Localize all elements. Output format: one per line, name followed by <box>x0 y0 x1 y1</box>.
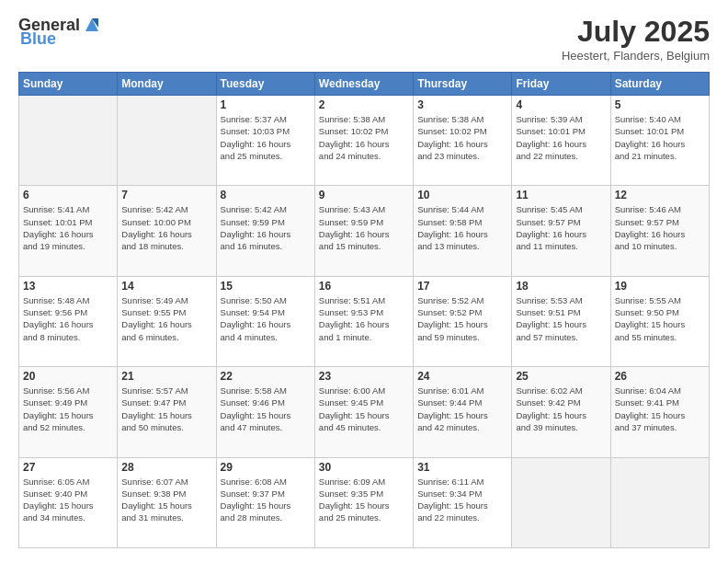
table-row: 31Sunrise: 6:11 AM Sunset: 9:34 PM Dayli… <box>414 457 512 547</box>
table-row: 15Sunrise: 5:50 AM Sunset: 9:54 PM Dayli… <box>216 276 314 366</box>
day-info: Sunrise: 6:01 AM Sunset: 9:44 PM Dayligh… <box>417 385 507 433</box>
table-row: 25Sunrise: 6:02 AM Sunset: 9:42 PM Dayli… <box>512 367 610 457</box>
day-number: 17 <box>417 280 507 293</box>
day-number: 1 <box>221 98 311 111</box>
table-row: 21Sunrise: 5:57 AM Sunset: 9:47 PM Dayli… <box>118 367 216 457</box>
day-info: Sunrise: 5:39 AM Sunset: 10:01 PM Daylig… <box>516 113 606 162</box>
day-info: Sunrise: 6:07 AM Sunset: 9:38 PM Dayligh… <box>121 476 211 524</box>
day-number: 30 <box>319 461 409 474</box>
table-row: 17Sunrise: 5:52 AM Sunset: 9:52 PM Dayli… <box>414 276 512 366</box>
day-info: Sunrise: 6:09 AM Sunset: 9:35 PM Dayligh… <box>319 476 409 524</box>
day-info: Sunrise: 5:55 AM Sunset: 9:50 PM Dayligh… <box>615 294 705 343</box>
header: General Blue July 2025 Heestert, Flander… <box>18 15 710 63</box>
day-info: Sunrise: 6:08 AM Sunset: 9:37 PM Dayligh… <box>221 476 311 524</box>
day-info: Sunrise: 5:56 AM Sunset: 9:49 PM Dayligh… <box>23 385 113 433</box>
day-number: 11 <box>516 189 606 201</box>
day-number: 3 <box>417 98 507 111</box>
day-number: 22 <box>221 370 311 383</box>
day-number: 9 <box>319 189 409 201</box>
table-row <box>512 457 610 547</box>
table-row <box>610 457 709 547</box>
day-number: 28 <box>121 461 211 474</box>
logo: General Blue <box>18 15 104 49</box>
day-number: 18 <box>516 280 606 293</box>
day-info: Sunrise: 5:38 AM Sunset: 10:02 PM Daylig… <box>417 113 507 162</box>
table-row: 24Sunrise: 6:01 AM Sunset: 9:44 PM Dayli… <box>414 367 512 457</box>
day-number: 12 <box>615 189 705 201</box>
table-row: 8Sunrise: 5:42 AM Sunset: 9:59 PM Daylig… <box>216 186 314 276</box>
day-info: Sunrise: 5:42 AM Sunset: 9:59 PM Dayligh… <box>221 203 311 252</box>
table-row: 16Sunrise: 5:51 AM Sunset: 9:53 PM Dayli… <box>314 276 413 366</box>
day-number: 26 <box>615 370 705 383</box>
table-row: 27Sunrise: 6:05 AM Sunset: 9:40 PM Dayli… <box>19 457 118 547</box>
logo-icon <box>82 15 102 35</box>
logo-blue: Blue <box>20 29 56 49</box>
day-number: 13 <box>23 280 113 293</box>
col-tuesday: Tuesday <box>216 73 314 96</box>
table-row: 18Sunrise: 5:53 AM Sunset: 9:51 PM Dayli… <box>512 276 610 366</box>
table-row: 14Sunrise: 5:49 AM Sunset: 9:55 PM Dayli… <box>118 276 216 366</box>
table-row: 9Sunrise: 5:43 AM Sunset: 9:59 PM Daylig… <box>314 186 413 276</box>
day-number: 16 <box>319 280 409 293</box>
day-info: Sunrise: 5:45 AM Sunset: 9:57 PM Dayligh… <box>516 203 606 252</box>
page: General Blue July 2025 Heestert, Flander… <box>0 0 728 563</box>
day-info: Sunrise: 5:49 AM Sunset: 9:55 PM Dayligh… <box>121 294 211 343</box>
day-info: Sunrise: 5:37 AM Sunset: 10:03 PM Daylig… <box>221 113 311 162</box>
table-row: 12Sunrise: 5:46 AM Sunset: 9:57 PM Dayli… <box>610 186 709 276</box>
col-thursday: Thursday <box>414 73 512 96</box>
table-row: 11Sunrise: 5:45 AM Sunset: 9:57 PM Dayli… <box>512 186 610 276</box>
month-title: July 2025 <box>562 15 710 49</box>
day-info: Sunrise: 5:44 AM Sunset: 9:58 PM Dayligh… <box>417 203 507 252</box>
day-number: 5 <box>615 98 705 111</box>
day-info: Sunrise: 5:58 AM Sunset: 9:46 PM Dayligh… <box>221 385 311 433</box>
day-number: 29 <box>221 461 311 474</box>
day-number: 19 <box>615 280 705 293</box>
day-info: Sunrise: 5:38 AM Sunset: 10:02 PM Daylig… <box>319 113 409 162</box>
table-row: 3Sunrise: 5:38 AM Sunset: 10:02 PM Dayli… <box>414 96 512 186</box>
day-info: Sunrise: 6:04 AM Sunset: 9:41 PM Dayligh… <box>615 385 705 433</box>
calendar-header-row: Sunday Monday Tuesday Wednesday Thursday… <box>19 73 710 96</box>
table-row: 6Sunrise: 5:41 AM Sunset: 10:01 PM Dayli… <box>19 186 118 276</box>
col-saturday: Saturday <box>610 73 709 96</box>
day-info: Sunrise: 5:50 AM Sunset: 9:54 PM Dayligh… <box>221 294 311 343</box>
table-row: 20Sunrise: 5:56 AM Sunset: 9:49 PM Dayli… <box>19 367 118 457</box>
table-row: 26Sunrise: 6:04 AM Sunset: 9:41 PM Dayli… <box>610 367 709 457</box>
col-monday: Monday <box>118 73 216 96</box>
table-row: 10Sunrise: 5:44 AM Sunset: 9:58 PM Dayli… <box>414 186 512 276</box>
day-info: Sunrise: 5:53 AM Sunset: 9:51 PM Dayligh… <box>516 294 606 343</box>
day-number: 25 <box>516 370 606 383</box>
day-info: Sunrise: 5:46 AM Sunset: 9:57 PM Dayligh… <box>615 203 705 252</box>
day-number: 10 <box>417 189 507 201</box>
table-row: 2Sunrise: 5:38 AM Sunset: 10:02 PM Dayli… <box>314 96 413 186</box>
day-number: 24 <box>417 370 507 383</box>
day-number: 6 <box>23 189 113 201</box>
day-number: 31 <box>417 461 507 474</box>
day-info: Sunrise: 6:11 AM Sunset: 9:34 PM Dayligh… <box>417 476 507 524</box>
day-info: Sunrise: 5:48 AM Sunset: 9:56 PM Dayligh… <box>23 294 113 343</box>
day-number: 21 <box>121 370 211 383</box>
table-row: 30Sunrise: 6:09 AM Sunset: 9:35 PM Dayli… <box>314 457 413 547</box>
table-row: 1Sunrise: 5:37 AM Sunset: 10:03 PM Dayli… <box>216 96 314 186</box>
day-number: 23 <box>319 370 409 383</box>
day-info: Sunrise: 5:40 AM Sunset: 10:01 PM Daylig… <box>615 113 705 162</box>
location-title: Heestert, Flanders, Belgium <box>562 49 710 63</box>
calendar-table: Sunday Monday Tuesday Wednesday Thursday… <box>18 72 710 548</box>
table-row: 28Sunrise: 6:07 AM Sunset: 9:38 PM Dayli… <box>118 457 216 547</box>
table-row: 29Sunrise: 6:08 AM Sunset: 9:37 PM Dayli… <box>216 457 314 547</box>
day-number: 14 <box>121 280 211 293</box>
table-row: 7Sunrise: 5:42 AM Sunset: 10:00 PM Dayli… <box>118 186 216 276</box>
day-info: Sunrise: 5:43 AM Sunset: 9:59 PM Dayligh… <box>319 203 409 252</box>
table-row: 5Sunrise: 5:40 AM Sunset: 10:01 PM Dayli… <box>610 96 709 186</box>
table-row <box>118 96 216 186</box>
col-wednesday: Wednesday <box>314 73 413 96</box>
table-row: 19Sunrise: 5:55 AM Sunset: 9:50 PM Dayli… <box>610 276 709 366</box>
day-info: Sunrise: 5:51 AM Sunset: 9:53 PM Dayligh… <box>319 294 409 343</box>
day-number: 27 <box>23 461 113 474</box>
table-row <box>19 96 118 186</box>
day-info: Sunrise: 6:00 AM Sunset: 9:45 PM Dayligh… <box>319 385 409 433</box>
col-friday: Friday <box>512 73 610 96</box>
table-row: 23Sunrise: 6:00 AM Sunset: 9:45 PM Dayli… <box>314 367 413 457</box>
day-info: Sunrise: 5:41 AM Sunset: 10:01 PM Daylig… <box>23 203 113 252</box>
day-number: 15 <box>221 280 311 293</box>
day-info: Sunrise: 5:42 AM Sunset: 10:00 PM Daylig… <box>121 203 211 252</box>
